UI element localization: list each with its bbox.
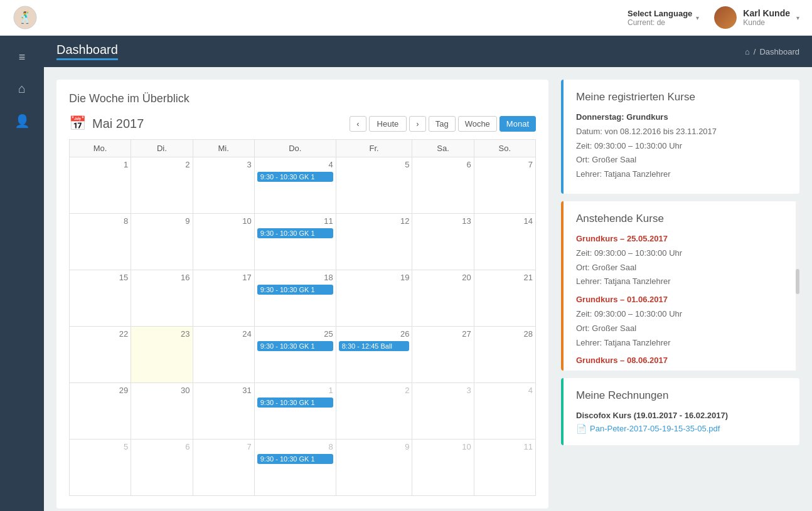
- day-number: 20: [415, 273, 471, 282]
- calendar-day-header: So.: [474, 140, 535, 157]
- calendar-cell: 259:30 - 10:30 GK 1: [254, 327, 336, 383]
- day-number: 4: [257, 160, 333, 169]
- user-name: Karl Kunde: [743, 8, 790, 18]
- page-title: Dashboard: [56, 43, 118, 60]
- calendar-cell: 19: [336, 270, 412, 327]
- day-view-button[interactable]: Tag: [429, 116, 456, 132]
- calendar-cell: 268:30 - 12:45 Ball: [336, 327, 412, 383]
- logo: 🕺: [13, 5, 38, 30]
- calendar-cell: 10: [412, 440, 474, 496]
- calendar-cell: 5: [70, 440, 131, 496]
- header-bar: Dashboard ⌂ / Dashboard: [44, 36, 812, 67]
- upcoming-course-teacher: Lehrer: Tatjana Tanzlehrer: [576, 275, 787, 288]
- day-number: 1: [72, 160, 128, 169]
- day-number: 10: [196, 216, 252, 226]
- day-number: 8: [72, 216, 128, 226]
- day-number: 12: [339, 216, 410, 226]
- day-number: 14: [477, 216, 533, 226]
- calendar-icon: 📅: [69, 115, 86, 132]
- calendar-section-title: Die Woche im Überblick: [69, 92, 536, 105]
- calendar-event[interactable]: 9:30 - 10:30 GK 1: [257, 341, 333, 351]
- user-role: Kunde: [743, 18, 790, 27]
- day-number: 11: [257, 216, 333, 226]
- calendar-cell: 1: [70, 157, 131, 214]
- breadcrumb-current: Dashboard: [759, 47, 799, 56]
- calendar-cell: 5: [336, 157, 412, 214]
- week-view-button[interactable]: Woche: [458, 116, 497, 132]
- registered-courses-title: Meine registrierten Kurse: [576, 91, 787, 103]
- upcoming-course-time: Zeit: 09:30:00 – 10:30:00 Uhr: [576, 369, 787, 371]
- calendar-event[interactable]: 9:30 - 10:30 GK 1: [257, 228, 333, 238]
- calendar-event[interactable]: 9:30 - 10:30 GK 1: [257, 172, 333, 182]
- calendar-cell: 29: [70, 383, 131, 440]
- calendar-section: Die Woche im Überblick 📅 Mai 2017 ‹ Heut…: [56, 80, 548, 508]
- day-number: 27: [415, 329, 471, 339]
- invoice-name: Discofox Kurs (19.01.2017 - 16.02.2017): [576, 409, 787, 423]
- language-selector[interactable]: Select Language Current: de ▾: [628, 9, 699, 27]
- upcoming-courses-card: Anstehende Kurse Grundkurs – 25.05.2017Z…: [561, 201, 799, 371]
- day-number: 22: [72, 329, 128, 339]
- day-number: 28: [477, 329, 533, 339]
- day-number: 1: [257, 386, 333, 395]
- month-view-button[interactable]: Monat: [499, 116, 536, 132]
- calendar-cell: 24: [193, 327, 254, 383]
- topnav: 🕺 Select Language Current: de ▾ Karl Kun…: [0, 0, 812, 36]
- invoices-card: Meine Rechnungen Discofox Kurs (19.01.20…: [561, 378, 799, 445]
- upcoming-course-title: Grundkurs – 01.06.2017: [576, 293, 787, 307]
- day-number: 15: [72, 273, 128, 282]
- day-number: 23: [134, 329, 190, 339]
- calendar-cell: 3: [412, 383, 474, 440]
- calendar-day-header: Do.: [254, 140, 336, 157]
- sidebar-item-user[interactable]: 👤: [0, 105, 44, 137]
- sidebar: ≡ ⌂ 👤: [0, 36, 44, 511]
- calendar-cell: 7: [474, 157, 535, 214]
- calendar-cell: 31: [193, 383, 254, 440]
- sidebar-menu-toggle[interactable]: ≡: [0, 42, 44, 73]
- pdf-icon: 📄: [576, 424, 587, 434]
- calendar-cell: 23: [131, 327, 193, 383]
- calendar-cell: 15: [70, 270, 131, 327]
- registered-course-time: Zeit: 09:30:00 – 10:30:00 Uhr: [576, 140, 787, 153]
- user-menu[interactable]: Karl Kunde Kunde ▾: [714, 6, 799, 29]
- calendar-event[interactable]: 9:30 - 10:30 GK 1: [257, 454, 333, 464]
- calendar-day-header: Di.: [131, 140, 193, 157]
- calendar-day-header: Mo.: [70, 140, 131, 157]
- registered-courses-card: Meine registrierten Kurse Donnerstag: Gr…: [561, 80, 799, 194]
- day-number: 30: [134, 386, 190, 395]
- calendar-cell: 27: [412, 327, 474, 383]
- sidebar-item-home[interactable]: ⌂: [0, 73, 44, 105]
- calendar-cell: 30: [131, 383, 193, 440]
- breadcrumb-home-icon: ⌂: [745, 47, 750, 56]
- calendar-cell: 2: [336, 383, 412, 440]
- next-month-button[interactable]: ›: [409, 116, 425, 132]
- language-chevron-icon: ▾: [696, 14, 699, 21]
- upcoming-course-title: Grundkurs – 08.06.2017: [576, 354, 787, 367]
- day-number: 3: [196, 160, 252, 169]
- calendar-cell: 2: [131, 157, 193, 214]
- main-content: Die Woche im Überblick 📅 Mai 2017 ‹ Heut…: [44, 67, 812, 511]
- day-number: 3: [415, 386, 471, 395]
- user-icon: 👤: [14, 114, 30, 128]
- prev-month-button[interactable]: ‹: [350, 116, 366, 132]
- day-number: 8: [257, 442, 333, 451]
- calendar-cell: 3: [193, 157, 254, 214]
- upcoming-course-item: Grundkurs – 25.05.2017Zeit: 09:30:00 – 1…: [576, 233, 787, 288]
- calendar-cell: 89:30 - 10:30 GK 1: [254, 440, 336, 496]
- calendar-header: 📅 Mai 2017 ‹ Heute › Tag Woche Monat: [69, 115, 536, 132]
- today-button[interactable]: Heute: [369, 116, 407, 132]
- calendar-cell: 16: [131, 270, 193, 327]
- day-number: 10: [415, 442, 471, 451]
- upcoming-course-time: Zeit: 09:30:00 – 10:30:00 Uhr: [576, 247, 787, 260]
- calendar-event[interactable]: 8:30 - 12:45 Ball: [339, 341, 410, 351]
- calendar-day-header: Sa.: [412, 140, 474, 157]
- day-number: 4: [477, 386, 533, 395]
- avatar: [714, 6, 737, 29]
- registered-course-date: Datum: von 08.12.2016 bis 23.11.2017: [576, 125, 787, 139]
- calendar-event[interactable]: 9:30 - 10:30 GK 1: [257, 285, 333, 295]
- breadcrumb-separator: /: [754, 47, 756, 56]
- calendar-cell: 10: [193, 214, 254, 270]
- calendar-cell: 17: [193, 270, 254, 327]
- right-sidebar: Meine registrierten Kurse Donnerstag: Gr…: [561, 80, 799, 508]
- calendar-event[interactable]: 9:30 - 10:30 GK 1: [257, 398, 333, 408]
- pdf-link[interactable]: 📄 Pan-Peter-2017-05-19-15-35-05.pdf: [576, 424, 787, 434]
